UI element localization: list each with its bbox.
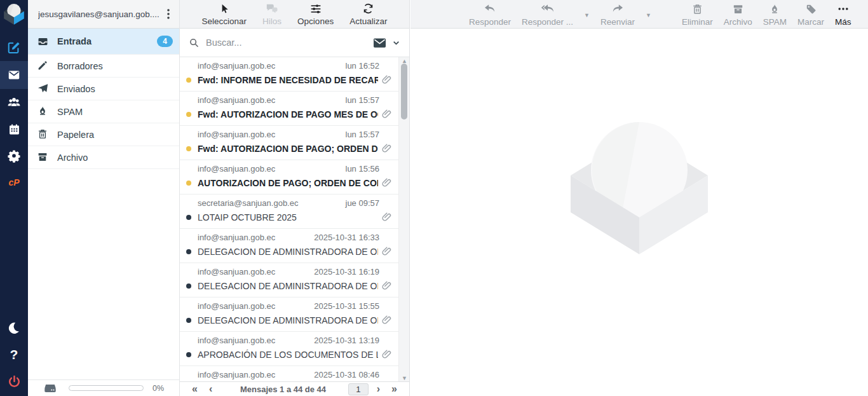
spam-button[interactable]: SPAM bbox=[763, 3, 787, 27]
search-input[interactable] bbox=[206, 38, 370, 48]
message-subject: LOTAIP OCTUBRE 2025 bbox=[198, 212, 378, 222]
message-row[interactable]: info@sanjuan.gob.ec2025-10-31 16:19 DELE… bbox=[180, 263, 398, 297]
message-row[interactable]: info@sanjuan.gob.ec2025-10-31 16:33 DELE… bbox=[180, 229, 398, 263]
refresh-button[interactable]: Actualizar bbox=[349, 3, 387, 26]
scroll-down-arrow[interactable]: ▼ bbox=[399, 375, 409, 381]
message-row[interactable]: info@sanjuan.gob.ec2025-10-31 15:55 DELE… bbox=[180, 297, 398, 332]
folder-list: Entrada 4 Borradores Enviados bbox=[28, 29, 179, 169]
reply-all-dropdown-caret[interactable]: ▼ bbox=[584, 12, 590, 18]
message-date: 2025-10-31 08:46 bbox=[314, 370, 393, 379]
forward-dropdown-caret[interactable]: ▼ bbox=[646, 12, 651, 18]
message-status-dot[interactable] bbox=[186, 78, 191, 83]
flame-icon bbox=[37, 106, 49, 118]
settings-gear-icon bbox=[7, 149, 21, 163]
message-sender: info@sanjuan.gob.ec bbox=[198, 164, 346, 174]
unread-count-badge: 4 bbox=[157, 36, 173, 47]
folder-item-drafts[interactable]: Borradores bbox=[28, 55, 179, 78]
message-date: lun 16:52 bbox=[346, 61, 394, 71]
folder-item-spam[interactable]: SPAM bbox=[28, 100, 179, 123]
message-sender: info@sanjuan.gob.ec bbox=[198, 370, 314, 379]
kebab-menu-icon bbox=[164, 8, 173, 20]
delete-trash-icon bbox=[691, 3, 703, 15]
message-status-dot[interactable] bbox=[186, 352, 191, 357]
message-status-dot[interactable] bbox=[186, 318, 191, 323]
archive-button[interactable]: Archivo bbox=[724, 3, 752, 27]
folder-label: Borradores bbox=[57, 61, 173, 71]
help-button[interactable]: ? bbox=[0, 341, 28, 368]
settings-nav-button[interactable] bbox=[0, 142, 28, 169]
dark-mode-button[interactable] bbox=[0, 315, 28, 341]
last-page-button[interactable]: » bbox=[386, 384, 403, 394]
message-subject: Fwd: INFORME DE NECESIDAD DE RECARG… bbox=[198, 75, 378, 85]
mark-button[interactable]: Marcar bbox=[797, 3, 824, 27]
message-row[interactable]: secretaria@sanjuan.gob.ecjue 09:57 LOTAI… bbox=[180, 195, 398, 229]
quota-progress bbox=[69, 385, 144, 391]
first-page-button[interactable]: « bbox=[186, 384, 203, 394]
attachment-icon bbox=[381, 211, 393, 224]
forward-button[interactable]: Reenviar bbox=[600, 3, 635, 27]
calendar-icon bbox=[8, 123, 21, 136]
scrollbar-thumb[interactable] bbox=[401, 64, 407, 119]
folder-menu-button[interactable] bbox=[161, 6, 175, 22]
message-status-dot[interactable] bbox=[186, 112, 191, 117]
pagination-status: Mensajes 1 a 44 de 44 bbox=[218, 385, 348, 394]
reply-icon bbox=[483, 3, 497, 15]
message-row[interactable]: info@sanjuan.gob.eclun 15:57 Fwd: AUTORI… bbox=[180, 92, 398, 126]
delete-button[interactable]: Eliminar bbox=[682, 3, 713, 27]
message-row[interactable]: info@sanjuan.gob.eclun 15:56 AUTORIZACIO… bbox=[180, 160, 398, 195]
next-page-button[interactable]: › bbox=[371, 384, 386, 394]
reply-all-button[interactable]: Responder ... bbox=[522, 3, 573, 27]
product-logo bbox=[0, 0, 28, 29]
refresh-label: Actualizar bbox=[349, 17, 387, 26]
cpanel-nav-button[interactable]: cP bbox=[0, 169, 28, 196]
folder-item-archive[interactable]: Archivo bbox=[28, 146, 179, 169]
more-button[interactable]: Más bbox=[835, 3, 851, 27]
chevron-down-icon bbox=[392, 39, 400, 47]
message-status-dot[interactable] bbox=[186, 146, 191, 151]
message-date: lun 15:56 bbox=[346, 164, 394, 174]
message-list-panel: Seleccionar Hilos bbox=[180, 0, 410, 396]
folder-label: Entrada bbox=[57, 36, 157, 46]
message-rows: info@sanjuan.gob.eclun 16:52 Fwd: INFORM… bbox=[180, 57, 398, 382]
message-status-dot[interactable] bbox=[186, 181, 191, 186]
attachment-icon bbox=[381, 74, 393, 86]
message-date: 2025-10-31 15:55 bbox=[314, 301, 393, 311]
archive-label: Archivo bbox=[724, 17, 752, 27]
question-mark-icon: ? bbox=[10, 347, 18, 362]
message-row[interactable]: info@sanjuan.gob.eclun 16:52 Fwd: INFORM… bbox=[180, 57, 398, 92]
reply-all-label: Responder ... bbox=[522, 17, 573, 27]
calendar-nav-button[interactable] bbox=[0, 116, 28, 142]
prev-page-button[interactable]: ‹ bbox=[203, 384, 218, 394]
search-icon bbox=[189, 38, 200, 48]
spam-flame-icon bbox=[769, 3, 780, 15]
message-row[interactable]: info@sanjuan.gob.ec2025-10-31 08:46 bbox=[180, 366, 398, 382]
archive-icon bbox=[37, 151, 49, 163]
threads-button[interactable]: Hilos bbox=[262, 3, 281, 26]
contacts-nav-button[interactable] bbox=[0, 89, 28, 116]
message-date: 2025-10-31 16:33 bbox=[314, 233, 393, 242]
reply-button[interactable]: Responder bbox=[469, 3, 511, 27]
list-toolbar: Seleccionar Hilos bbox=[180, 0, 409, 29]
folder-item-trash[interactable]: Papelera bbox=[28, 123, 179, 146]
message-row[interactable]: info@sanjuan.gob.eclun 15:57 Fwd: AUTORI… bbox=[180, 126, 398, 160]
list-scrollbar[interactable]: ▲ ▼ bbox=[398, 57, 409, 382]
message-subject: Fwd: AUTORIZACION DE PAGO; ORDEN DE … bbox=[198, 144, 378, 154]
message-row[interactable]: info@sanjuan.gob.ec2025-10-31 13:19 APRO… bbox=[180, 332, 398, 366]
compose-button[interactable] bbox=[0, 34, 28, 61]
page-number-input[interactable]: 1 bbox=[348, 383, 369, 395]
folder-item-inbox[interactable]: Entrada 4 bbox=[28, 29, 179, 55]
message-status-dot[interactable] bbox=[186, 215, 191, 220]
select-button[interactable]: Seleccionar bbox=[202, 3, 247, 26]
folder-item-sent[interactable]: Enviados bbox=[28, 78, 179, 100]
message-status-dot[interactable] bbox=[186, 283, 191, 289]
search-scope-button[interactable] bbox=[370, 37, 403, 49]
cursor-icon bbox=[219, 3, 230, 15]
message-sender: info@sanjuan.gob.ec bbox=[198, 130, 346, 139]
message-status-dot[interactable] bbox=[186, 249, 191, 254]
options-button[interactable]: Opciones bbox=[297, 3, 334, 26]
mail-nav-button[interactable] bbox=[0, 61, 28, 89]
message-date: jue 09:57 bbox=[346, 198, 394, 208]
message-sender: info@sanjuan.gob.ec bbox=[198, 336, 314, 345]
message-date: 2025-10-31 16:19 bbox=[314, 267, 393, 277]
logout-button[interactable] bbox=[0, 368, 28, 395]
